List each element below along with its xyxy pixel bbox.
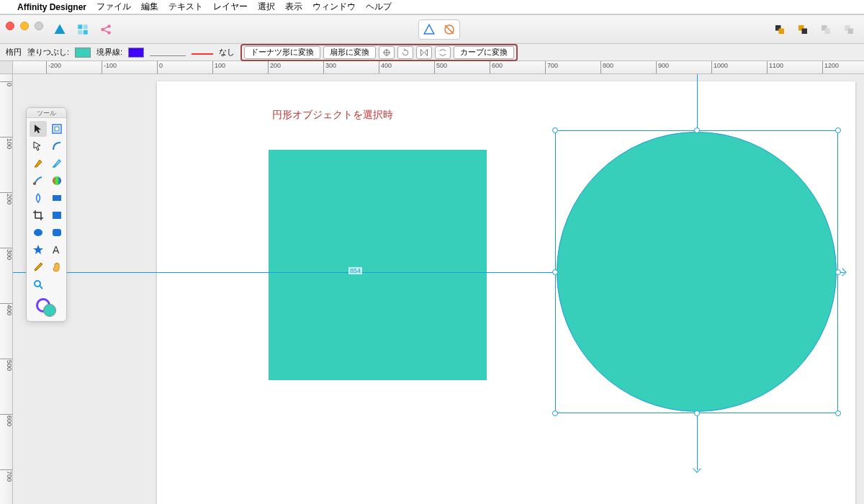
fill-tool-icon[interactable] [48,173,66,189]
ruler-h-tick: 600 [490,61,503,74]
rotate-icon[interactable] [397,46,413,59]
ruler-h-tick: 100 [212,61,225,74]
stroke-swatch[interactable] [128,48,144,58]
svg-marker-36 [33,245,43,254]
ruler-origin[interactable] [0,61,13,74]
svg-rect-16 [802,28,808,34]
minimize-button[interactable] [20,22,29,30]
corner-tool-icon[interactable] [48,138,66,154]
arrange-front-icon[interactable] [770,21,789,38]
hand-tool-icon[interactable] [48,259,66,275]
stroke-none-indicator[interactable] [192,48,213,55]
app-window: 楕円 塗りつぶし: 境界線: なし ドーナツ形に変換 扇形に変換 カーブに変換 … [0,14,864,504]
designer-persona-icon[interactable] [50,21,69,38]
transparency-tool-icon[interactable] [30,190,47,206]
color-swatch-pair[interactable] [27,298,66,317]
svg-line-39 [40,286,42,289]
svg-rect-3 [78,30,82,34]
menu-layer[interactable]: レイヤー [213,1,248,13]
svg-rect-18 [825,28,831,34]
rounded-rect-tool-icon[interactable] [48,225,66,240]
pixel-persona-icon[interactable] [73,21,92,38]
close-button[interactable] [6,22,14,30]
text-tool-icon[interactable]: A [48,242,66,258]
selection-handle-ne[interactable] [835,127,841,133]
ruler-h-tick: 400 [379,61,392,74]
pen-tool-icon[interactable] [30,156,47,171]
ruler-v-tick: 400 [0,303,13,332]
move-tool-icon[interactable] [30,121,47,137]
context-toolbar: 楕円 塗りつぶし: 境界線: なし ドーナツ形に変換 扇形に変換 カーブに変換 [0,44,864,61]
ruler-v-tick: 0 [0,81,13,110]
menu-view[interactable]: 表示 [285,1,302,13]
app-name[interactable]: Affinity Designer [17,2,86,12]
selection-handle-n[interactable] [694,127,700,133]
ruler-h-tick: 300 [323,61,336,74]
zoom-button[interactable] [35,22,43,30]
vertical-ruler[interactable]: 01002003004005006007008009001000 [0,74,13,504]
rectangle-tool-icon[interactable] [48,207,66,223]
ruler-v-tick: 300 [0,248,13,276]
arrange-forward-icon[interactable] [793,21,812,38]
convert-donut-button[interactable]: ドーナツ形に変換 [244,46,320,59]
align-center-icon[interactable] [379,46,395,59]
artboard[interactable]: 854 [157,81,855,504]
artboard-tool-icon[interactable] [48,121,66,137]
zoom-tool-icon[interactable] [30,276,47,292]
brush-tool-icon[interactable] [30,173,47,189]
stroke-label: 境界線: [96,47,122,58]
menu-text[interactable]: テキスト [168,1,203,13]
pencil-tool-icon[interactable] [48,156,66,171]
svg-marker-25 [425,49,428,55]
ruler-v-tick: 100 [0,137,13,166]
svg-rect-33 [53,212,61,219]
fill-color-swatch[interactable] [43,304,56,317]
ruler-h-tick: 0 [157,61,163,74]
fill-label: 塗りつぶし: [27,47,69,58]
svg-point-30 [33,182,36,185]
canvas-viewport[interactable]: 854 円形オブジェクトを選択時 [13,74,864,504]
menu-help[interactable]: ヘルプ [366,1,392,13]
flip-v-icon[interactable] [435,46,451,59]
selection-handle-s[interactable] [694,410,700,416]
svg-rect-35 [53,229,61,236]
crop-tool-icon[interactable] [30,207,47,223]
ruler-v-tick: 200 [0,192,13,221]
tools-panel[interactable]: ツール A [26,107,67,322]
menu-edit[interactable]: 編集 [141,1,158,13]
menu-window[interactable]: ウィンドウ [312,1,356,13]
stroke-style-picker[interactable] [150,49,186,56]
selection-handle-e[interactable] [835,269,841,275]
horizontal-ruler[interactable]: px -200-10001002003004005006007008009001… [0,61,864,74]
eyedropper-tool-icon[interactable] [30,259,47,275]
ruler-h-tick: 200 [268,61,281,74]
ruler-v-tick: 500 [0,359,13,387]
node-tool-icon[interactable] [30,138,47,154]
selection-handle-sw[interactable] [552,410,558,416]
svg-point-38 [35,281,40,287]
export-persona-icon[interactable] [96,21,115,38]
menu-file[interactable]: ファイル [96,1,131,13]
measurement-readout: 854 [348,267,362,274]
view-mode-outline-icon[interactable] [440,21,459,38]
ruler-h-tick: 800 [600,61,613,74]
arrange-backward-icon[interactable] [816,21,835,38]
convert-fan-button[interactable]: 扇形に変換 [323,46,376,59]
view-mode-normal-icon[interactable] [420,21,438,38]
selection-handle-nw[interactable] [552,127,558,133]
stroke-none-label: なし [219,47,235,58]
svg-marker-26 [35,125,41,133]
svg-marker-10 [424,24,434,34]
fill-swatch[interactable] [75,48,91,58]
star-tool-icon[interactable] [30,242,47,258]
ellipse-tool-icon[interactable] [30,225,47,240]
menu-select[interactable]: 選択 [258,1,275,13]
selection-handle-w[interactable] [552,269,558,275]
flip-h-icon[interactable] [416,46,432,59]
gradient-tool-icon[interactable] [48,190,66,206]
top-toolbar [0,15,864,44]
arrange-back-icon[interactable] [840,21,858,38]
selection-handle-se[interactable] [835,410,841,416]
rectangle-shape[interactable] [269,150,487,380]
convert-curve-button[interactable]: カーブに変換 [454,46,514,59]
